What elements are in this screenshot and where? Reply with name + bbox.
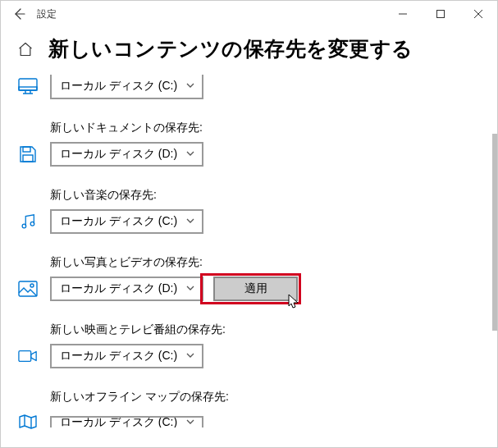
svg-point-8 [30, 284, 34, 287]
maximize-button[interactable] [422, 1, 459, 27]
close-icon [474, 10, 482, 18]
dropdown-value: ローカル ディスク (C:) [60, 349, 177, 363]
close-button[interactable] [459, 1, 497, 27]
documents-label: 新しいドキュメントの保存先: [50, 121, 492, 135]
maps-row: ローカル ディスク (C:) [17, 411, 492, 432]
vertical-scrollbar[interactable] [492, 27, 497, 447]
minimize-icon [399, 10, 407, 18]
music-save-location-dropdown[interactable]: ローカル ディスク (C:) [50, 209, 203, 234]
music-icon [17, 211, 39, 232]
photos-label: 新しい写真とビデオの保存先: [50, 255, 492, 270]
maximize-icon [436, 10, 445, 18]
apps-row: ローカル ディスク (C:) [17, 75, 492, 99]
apply-button[interactable]: 適用 [213, 277, 298, 301]
svg-rect-9 [19, 351, 31, 362]
apps-icon [17, 76, 39, 98]
documents-row: ローカル ディスク (D:) [17, 142, 492, 167]
map-icon [17, 411, 39, 432]
movies-row: ローカル ディスク (C:) [17, 344, 492, 368]
svg-rect-4 [23, 155, 33, 162]
maps-save-location-dropdown[interactable]: ローカル ディスク (C:) [50, 416, 203, 427]
chevron-down-icon [185, 350, 195, 363]
back-arrow-icon [12, 7, 25, 21]
save-icon [17, 144, 39, 165]
svg-rect-2 [19, 87, 37, 90]
dropdown-value: ローカル ディスク (C:) [60, 416, 177, 427]
video-icon [17, 345, 39, 367]
svg-rect-3 [23, 147, 30, 152]
chevron-down-icon [185, 148, 195, 161]
chevron-down-icon [185, 416, 195, 427]
movies-label: 新しい映画とテレビ番組の保存先: [50, 322, 492, 337]
svg-rect-0 [437, 11, 445, 18]
svg-rect-1 [19, 79, 37, 90]
window-title: 設定 [37, 7, 384, 21]
scrollbar-thumb[interactable] [492, 134, 497, 331]
chevron-down-icon [185, 282, 195, 295]
dropdown-value: ローカル ディスク (D:) [60, 281, 177, 296]
page-title: 新しいコンテンツの保存先を変更する [48, 35, 413, 62]
home-icon[interactable] [17, 41, 34, 57]
movies-save-location-dropdown[interactable]: ローカル ディスク (C:) [50, 344, 203, 368]
dropdown-value: ローカル ディスク (C:) [60, 79, 177, 94]
dropdown-value: ローカル ディスク (C:) [60, 214, 177, 229]
photos-save-location-dropdown[interactable]: ローカル ディスク (D:) [50, 277, 203, 301]
back-button[interactable] [4, 1, 34, 27]
apps-save-location-dropdown[interactable]: ローカル ディスク (C:) [50, 75, 203, 99]
chevron-down-icon [185, 80, 195, 93]
dropdown-value: ローカル ディスク (D:) [60, 147, 177, 162]
documents-save-location-dropdown[interactable]: ローカル ディスク (D:) [50, 142, 203, 167]
music-label: 新しい音楽の保存先: [50, 188, 492, 203]
photos-row: ローカル ディスク (D:) 適用 [17, 277, 492, 301]
photo-icon [17, 278, 39, 299]
maps-label: 新しいオフライン マップの保存先: [50, 390, 492, 405]
title-bar: 設定 [1, 1, 497, 27]
music-row: ローカル ディスク (C:) [17, 209, 492, 234]
chevron-down-icon [185, 215, 195, 228]
minimize-button[interactable] [384, 1, 422, 27]
